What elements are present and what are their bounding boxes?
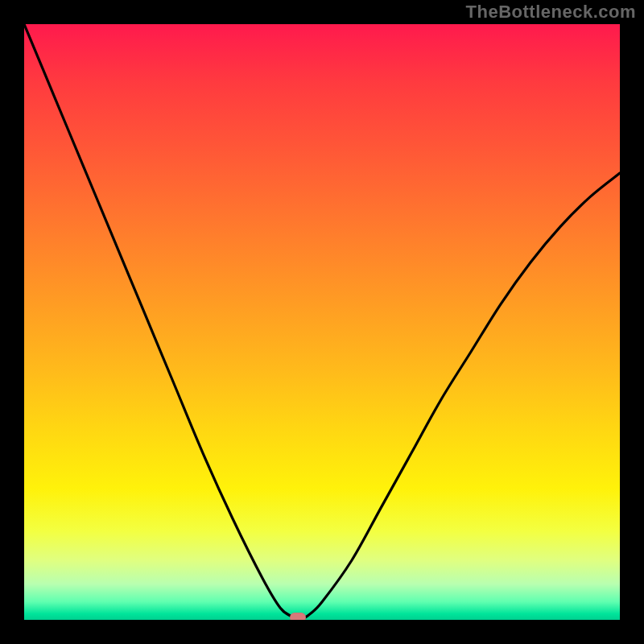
- curve-svg: [24, 24, 620, 620]
- watermark-text: TheBottleneck.com: [466, 2, 636, 23]
- chart-frame: TheBottleneck.com: [0, 0, 644, 644]
- bottleneck-curve-path: [24, 24, 620, 620]
- minimum-marker: [290, 613, 306, 620]
- plot-area: [24, 24, 620, 620]
